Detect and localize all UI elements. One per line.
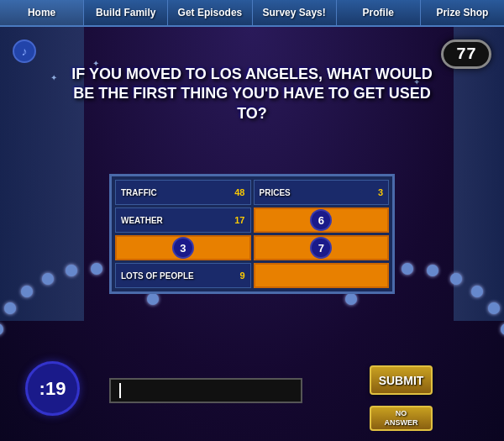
- nav-build-family[interactable]: Build Family: [84, 0, 168, 25]
- answer-circle-7: 7: [254, 235, 390, 260]
- circle-6: 6: [310, 209, 332, 231]
- nav-profile[interactable]: Profile: [337, 0, 421, 25]
- music-icon[interactable]: ♪: [13, 39, 36, 63]
- input-cursor: [119, 383, 121, 398]
- no-answer-button[interactable]: NO ANSWER: [370, 406, 433, 431]
- star-decoration-1: ✦: [50, 73, 57, 82]
- answer-circle-3: 3: [115, 235, 251, 260]
- circle-7: 7: [310, 237, 332, 259]
- nav-get-episodes[interactable]: Get Episodes: [168, 0, 252, 25]
- nav-prize-shop[interactable]: Prize Shop: [421, 0, 504, 25]
- answer-empty-orange: [254, 263, 390, 288]
- nav-home[interactable]: Home: [0, 0, 84, 25]
- navbar: Home Build Family Get Episodes Survey Sa…: [0, 0, 504, 27]
- circle-3: 3: [172, 237, 194, 259]
- answers-board: TRAFFIC 48 PRICES 3 WEATHER 17 6 3 7: [109, 174, 395, 294]
- submit-button[interactable]: SUBMIT: [370, 365, 433, 395]
- answer-prices: PRICES 3: [254, 180, 390, 205]
- countdown-timer: :19: [25, 361, 80, 416]
- timer-badge-top: 77: [441, 39, 491, 69]
- answers-grid: TRAFFIC 48 PRICES 3 WEATHER 17 6 3 7: [115, 180, 389, 288]
- answer-circle-6: 6: [254, 207, 390, 233]
- answer-input[interactable]: [109, 378, 302, 403]
- game-area: ✦ ✦ ✦ ♪ 77 IF YOU MOVED TO LOS ANGELES, …: [0, 27, 504, 441]
- answer-traffic: TRAFFIC 48: [115, 180, 251, 205]
- nav-survey-says[interactable]: Survey Says!: [253, 0, 337, 25]
- answer-lots-of-people: LOTS OF PEOPLE 9: [115, 263, 251, 288]
- question-text: IF YOU MOVED TO LOS ANGELES, WHAT WOULD …: [67, 65, 437, 123]
- answer-weather: WEATHER 17: [115, 207, 251, 233]
